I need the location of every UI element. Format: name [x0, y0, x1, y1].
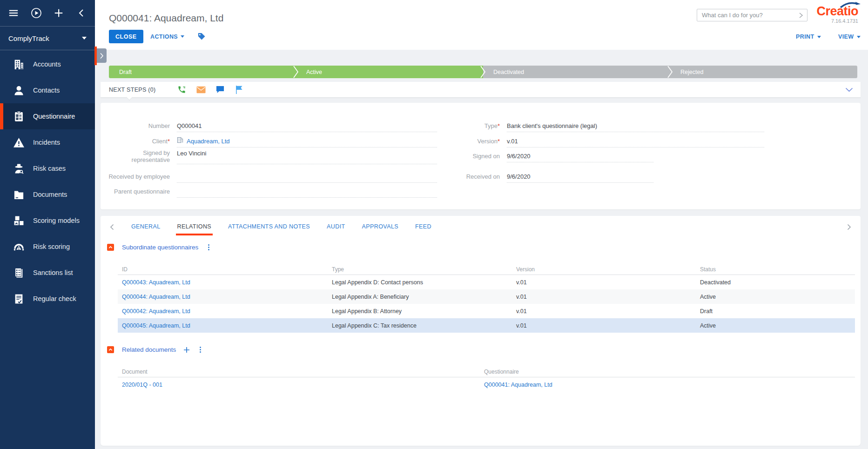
sidebar-item-accounts[interactable]: Accounts — [0, 51, 95, 77]
related-documents-table: Document Questionnaire 2020/01Q - 001 Q0… — [118, 367, 855, 392]
incidents-icon — [13, 136, 25, 148]
email-icon[interactable] — [196, 85, 206, 94]
sidebar-item-scoring-models[interactable]: Scoring models — [0, 208, 95, 234]
workspace-selector[interactable]: ComplyTrack — [0, 26, 95, 50]
record-link[interactable]: Q000045: Aquadream, Ltd — [118, 322, 332, 329]
tag-icon[interactable] — [197, 32, 206, 43]
tab-audit[interactable]: AUDIT — [325, 219, 347, 235]
signed-by-field[interactable]: Leo Vincini — [177, 149, 437, 164]
sidebar-item-contacts[interactable]: Contacts — [0, 77, 95, 103]
parent-questionnaire-field[interactable] — [177, 185, 437, 198]
signed-on-field[interactable]: 9/6/2020 — [507, 149, 653, 162]
section-menu-icon[interactable] — [198, 345, 202, 354]
sanctions-list-icon — [13, 267, 25, 279]
tab-approvals[interactable]: APPROVALS — [361, 219, 400, 235]
stage-chevron-icon — [293, 66, 299, 78]
search-input[interactable] — [697, 12, 795, 19]
documents-icon — [13, 188, 25, 201]
table-row[interactable]: 2020/01Q - 001 Q000041: Aquadream, Ltd — [118, 377, 855, 392]
close-button[interactable]: CLOSE — [109, 30, 143, 43]
chevron-down-icon — [857, 36, 861, 38]
table-row[interactable]: Q000043: Aquadream, Ltd Legal Appendix D… — [118, 275, 855, 289]
tab-feed[interactable]: FEED — [414, 219, 433, 235]
section-title: Related documents — [122, 346, 176, 353]
tab-general[interactable]: GENERAL — [130, 219, 162, 235]
collapse-section-icon[interactable] — [107, 346, 114, 353]
sidebar-toolbar — [0, 0, 95, 26]
client-link[interactable]: Aquadream, Ltd — [187, 138, 230, 145]
brand: Creatio 7.16.4.1731 — [816, 5, 858, 24]
chevron-down-icon — [181, 35, 184, 38]
table-row[interactable]: Q000042: Aquadream, Ltd Legal Appendix B… — [118, 304, 855, 318]
collapse-sidebar-icon[interactable] — [75, 7, 87, 19]
creatio-logo: Creatio — [816, 5, 858, 18]
field-received-by: Received by employee — [106, 170, 437, 183]
tab-relations[interactable]: RELATIONS — [176, 219, 213, 235]
field-type: Type* Bank client's questionnaire (legal… — [437, 119, 764, 132]
risk-scoring-icon — [13, 241, 25, 253]
detail-tabs-card: GENERAL RELATIONS ATTACHMENTS AND NOTES … — [101, 216, 861, 446]
actions-button[interactable]: ACTIONS — [148, 30, 187, 43]
questionnaire-link[interactable]: Q000041: Aquadream, Ltd — [484, 382, 855, 388]
related-documents-header: Related documents — [107, 345, 202, 354]
table-header: Document Questionnaire — [118, 367, 855, 377]
sidebar-item-label: Sanctions list — [33, 269, 73, 276]
view-button[interactable]: VIEW — [835, 31, 863, 43]
table-row[interactable]: Q000044: Aquadream, Ltd Legal Appendix A… — [118, 289, 855, 304]
stage-deactivated[interactable]: Deactivated — [483, 66, 670, 78]
sidebar-item-questionnaire[interactable]: Questionnaire — [0, 103, 95, 129]
call-icon[interactable] — [177, 85, 187, 94]
subordinate-questionnaires-table: ID Type Version Status Q000043: Aquadrea… — [118, 264, 855, 333]
section-menu-icon[interactable] — [207, 243, 211, 252]
expand-next-steps-icon[interactable] — [845, 87, 853, 92]
sidebar-item-documents[interactable]: Documents — [0, 181, 95, 208]
chevron-down-icon — [82, 37, 87, 40]
sidebar-item-sanctions-list[interactable]: Sanctions list — [0, 260, 95, 286]
version-field[interactable]: v.01 — [507, 134, 764, 147]
sidebar-item-label: Accounts — [33, 60, 61, 68]
add-icon[interactable] — [53, 7, 65, 19]
next-steps-actions — [177, 85, 244, 94]
scoring-models-icon — [13, 214, 25, 227]
record-header-form: Number Q000041 Client* Aquadream, Ltd Si… — [101, 103, 861, 209]
number-field[interactable]: Q000041 — [177, 119, 437, 132]
table-row-selected[interactable]: Q000045: Aquadream, Ltd Legal Appendix C… — [118, 318, 855, 333]
record-link[interactable]: Q000043: Aquadream, Ltd — [118, 279, 332, 286]
stage-chevron-icon — [480, 66, 486, 78]
client-field[interactable]: Aquadream, Ltd — [177, 134, 437, 147]
type-field[interactable]: Bank client's questionnaire (legal) — [507, 119, 764, 132]
flag-icon[interactable] — [235, 85, 244, 94]
tabs-scroll-right-icon[interactable] — [845, 222, 853, 232]
record-link[interactable]: Q000044: Aquadream, Ltd — [118, 294, 332, 300]
stage-active[interactable]: Active — [296, 66, 483, 78]
document-link[interactable]: 2020/01Q - 001 — [118, 382, 484, 388]
sidebar-item-incidents[interactable]: Incidents — [0, 129, 95, 155]
print-button[interactable]: PRINT — [793, 31, 824, 43]
sidebar-item-label: Regular check — [33, 295, 76, 302]
chevron-down-icon — [817, 36, 821, 38]
sidebar-item-regular-check[interactable]: Regular check — [0, 286, 95, 312]
received-on-field[interactable]: 9/6/2020 — [507, 170, 653, 183]
add-record-icon[interactable] — [183, 347, 190, 353]
sidebar-item-risk-scoring[interactable]: Risk scoring — [0, 234, 95, 260]
menu-icon[interactable] — [7, 7, 20, 19]
command-line — [697, 9, 807, 21]
tab-attachments-and-notes[interactable]: ATTACHMENTS AND NOTES — [227, 219, 311, 235]
next-steps-label: NEXT STEPS (0) — [109, 87, 156, 93]
stage-rejected[interactable]: Rejected — [670, 66, 857, 78]
sidebar-nav: Accounts Contacts Questionnaire Incident… — [0, 50, 95, 312]
sidebar-item-label: Incidents — [33, 139, 60, 146]
stage-draft[interactable]: Draft — [109, 66, 296, 78]
page-title: Q000041: Aquadream, Ltd — [109, 13, 223, 24]
received-by-field[interactable] — [177, 170, 437, 183]
panel-expand-handle[interactable] — [94, 47, 107, 65]
chat-icon[interactable] — [215, 85, 225, 94]
questionnaire-icon — [13, 110, 25, 122]
sidebar-item-risk-cases[interactable]: Risk cases — [0, 155, 95, 181]
record-link[interactable]: Q000042: Aquadream, Ltd — [118, 308, 332, 315]
tabs-scroll-left-icon[interactable] — [108, 222, 116, 232]
sidebar-item-label: Questionnaire — [33, 113, 75, 120]
process-run-icon[interactable] — [30, 7, 42, 19]
search-go-icon[interactable] — [795, 12, 807, 19]
collapse-section-icon[interactable] — [107, 244, 114, 251]
